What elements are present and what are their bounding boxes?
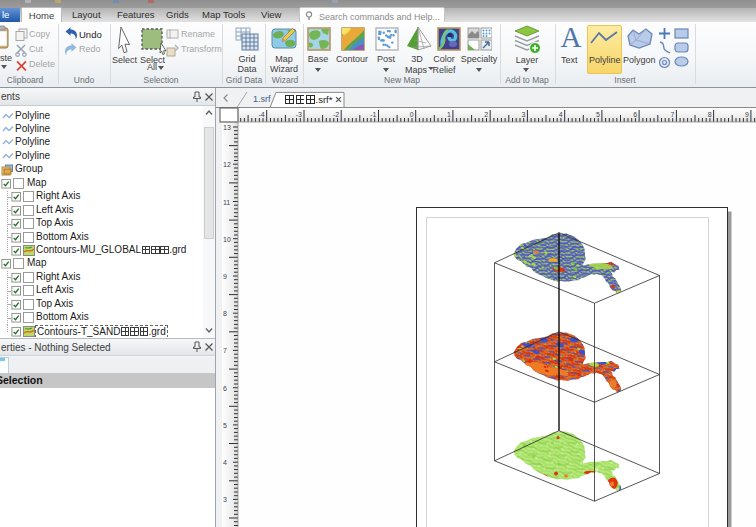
svg-text:5: 5 (596, 111, 600, 118)
svg-text:3: 3 (521, 111, 525, 118)
svg-text:3: 3 (223, 496, 227, 503)
svg-text:6: 6 (633, 111, 637, 118)
svg-text:6: 6 (223, 385, 227, 392)
svg-text:13: 13 (223, 124, 231, 131)
svg-text:-3: -3 (296, 111, 302, 118)
svg-text:10: 10 (223, 236, 231, 243)
svg-text:5: 5 (223, 422, 227, 429)
svg-text:8: 8 (223, 310, 227, 317)
svg-text:-4: -4 (258, 111, 264, 118)
svg-text:9: 9 (223, 273, 227, 280)
svg-text:0: 0 (410, 111, 414, 118)
svg-text:1: 1 (447, 111, 451, 118)
svg-text:7: 7 (670, 111, 674, 118)
svg-text:4: 4 (559, 111, 563, 118)
svg-text:-1: -1 (370, 111, 376, 118)
svg-text:2: 2 (484, 111, 488, 118)
svg-text:7: 7 (223, 347, 227, 354)
svg-text:8: 8 (708, 111, 712, 118)
svg-text:12: 12 (223, 161, 231, 168)
svg-text:9: 9 (745, 111, 749, 118)
svg-text:-2: -2 (333, 111, 339, 118)
svg-text:11: 11 (223, 199, 230, 206)
svg-text:4: 4 (223, 459, 227, 466)
